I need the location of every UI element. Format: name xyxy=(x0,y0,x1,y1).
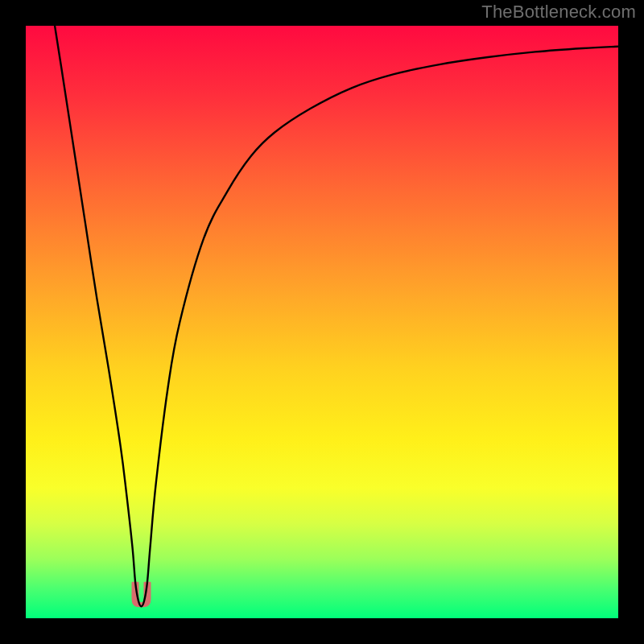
curve-line xyxy=(55,26,618,606)
plot-area xyxy=(26,26,618,618)
chart-frame: TheBottleneck.com xyxy=(0,0,644,644)
watermark-text: TheBottleneck.com xyxy=(481,2,636,23)
bottleneck-curve xyxy=(26,26,618,618)
